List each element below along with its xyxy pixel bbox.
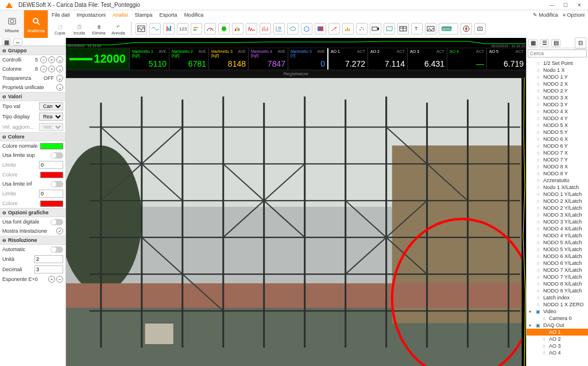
- menu-modifica[interactable]: Modifica: [184, 12, 204, 18]
- controlli-plus[interactable]: +: [48, 56, 55, 63]
- minimize-button[interactable]: —: [546, 1, 558, 9]
- arrow-icon[interactable]: ↔: [13, 38, 22, 45]
- maximize-button[interactable]: ☐: [559, 1, 572, 9]
- section-grafiche[interactable]: ⊖Opzioni grafiche: [0, 208, 65, 217]
- channel-box[interactable]: AO 1ACT 7.272: [327, 48, 368, 70]
- channel-box[interactable]: AO 2ACT 7.114: [368, 48, 407, 70]
- unita-input[interactable]: [34, 255, 63, 263]
- recorder-strip[interactable]: [521, 78, 526, 366]
- colonne-down[interactable]: ⌄: [56, 66, 63, 72]
- limite-inf-toggle[interactable]: [51, 181, 63, 187]
- menu-impostazioni[interactable]: Impostazioni: [77, 12, 106, 18]
- big-value-display[interactable]: 12000: [66, 48, 129, 70]
- widget-fft-icon[interactable]: [246, 23, 257, 34]
- tree-channel[interactable]: ⎍NODO 3 X/Latch: [527, 211, 588, 218]
- intestazione-chk[interactable]: ✓: [56, 228, 63, 234]
- search-input[interactable]: [528, 49, 587, 57]
- tree-channel[interactable]: ⎍1/2 Set Point: [527, 60, 588, 67]
- controlli-down[interactable]: ⌄: [56, 56, 63, 63]
- tree-channel[interactable]: ⎍NODO 1 Y/Latch: [527, 191, 588, 198]
- tree-pin-icon[interactable]: ⊟: [575, 37, 586, 49]
- tree-channel[interactable]: ⎍AO 1: [527, 329, 588, 336]
- tree-channel[interactable]: ⎍NODO 7 Y: [527, 156, 588, 163]
- tree-channel[interactable]: ⎍NODO 8 Y/Latch: [527, 287, 588, 294]
- widget-table-icon[interactable]: [397, 23, 409, 34]
- modetab-misura[interactable]: Misura: [0, 10, 24, 38]
- tree-channel[interactable]: ⎍NODO 4 Y: [527, 115, 588, 122]
- esp-minus[interactable]: −: [56, 276, 63, 283]
- tipo-val-select[interactable]: Canale: [39, 102, 63, 110]
- widget-image-icon[interactable]: [425, 23, 436, 34]
- tree-channel[interactable]: ⎍NODO 5 Y/Latch: [527, 246, 588, 253]
- widget-text-icon[interactable]: T: [411, 23, 423, 34]
- channel-box[interactable]: Martinetto 3 [kgf]AVE 8148: [208, 48, 248, 70]
- channel-box[interactable]: AO 4ACT —: [447, 48, 486, 70]
- ribbon-opzioni[interactable]: ≡ Opzioni: [563, 12, 585, 18]
- decimali-input[interactable]: [34, 265, 63, 273]
- channel-box[interactable]: Martinetto 4 [kgf]AVE 7847: [248, 48, 288, 70]
- widget-compass-icon[interactable]: [461, 23, 472, 34]
- trasparenza-toggle[interactable]: ⌄: [56, 75, 63, 82]
- limite-inf-input[interactable]: [39, 190, 63, 198]
- tb-copia[interactable]: 📄Copia: [51, 21, 69, 37]
- layout-icon[interactable]: ▦: [2, 38, 11, 45]
- menu-file-dati[interactable]: File dati: [52, 12, 70, 18]
- tb-elimina[interactable]: 🗑Elimina: [90, 21, 108, 37]
- limite-sup-input[interactable]: [39, 161, 63, 169]
- tree-channel[interactable]: ⎍NODO 2 X: [527, 80, 588, 87]
- tree-channel[interactable]: ⎍AO 2: [527, 336, 588, 342]
- tree-channel[interactable]: ⎍NODO 2 Y/Latch: [527, 205, 588, 211]
- widget-vertical-icon[interactable]: [163, 23, 175, 34]
- widget-motor-icon[interactable]: MOTOR: [439, 23, 458, 34]
- channel-tree[interactable]: ⎍1/2 Set Point⎍Nodo 1 X⎍NODO 1 Y⎍NODO 2 …: [527, 59, 588, 366]
- widget-xy-icon[interactable]: [273, 23, 285, 34]
- tree-view3-icon[interactable]: ▤: [551, 39, 560, 47]
- widget-digital-icon[interactable]: 123: [177, 23, 188, 34]
- video-display[interactable]: [66, 78, 526, 366]
- tb-annulla[interactable]: ↶Annulla: [109, 21, 127, 37]
- section-gruppo[interactable]: ⊖Gruppo: [0, 46, 65, 55]
- timeline-overview[interactable]: 08/10/2015 - 15.10.09 08/10/2015 - 15.16…: [66, 38, 526, 48]
- modetab-analizza[interactable]: Analizza: [24, 10, 48, 38]
- tree-group[interactable]: ▾▣DAQ Out: [527, 322, 588, 329]
- automatic-toggle[interactable]: [51, 246, 63, 253]
- tree-channel[interactable]: ⎍NODO 5 Y: [527, 129, 588, 136]
- limite-sup-toggle[interactable]: [51, 152, 63, 159]
- tree-channel[interactable]: ⎍NODO 4 X/Latch: [527, 225, 588, 232]
- tree-view2-icon[interactable]: ☰: [540, 39, 549, 47]
- widget-vector-icon[interactable]: [328, 23, 340, 34]
- color-normale-swatch[interactable]: [40, 143, 63, 149]
- widget-horizontal-icon[interactable]: [191, 23, 202, 34]
- widget-led-icon[interactable]: [218, 23, 230, 34]
- tree-group[interactable]: ▾▣Video: [527, 308, 588, 315]
- colonne-minus[interactable]: −: [40, 66, 47, 72]
- menu-esporta[interactable]: Esporta: [160, 12, 177, 18]
- tree-channel[interactable]: ⎍NODO 4 Y/Latch: [527, 232, 588, 239]
- widget-control-icon[interactable]: [474, 23, 486, 34]
- tipo-display-select[interactable]: Reale: [39, 113, 63, 121]
- tree-channel[interactable]: ⎍NODO 6 Y: [527, 142, 588, 149]
- color-sup-swatch[interactable]: [40, 172, 63, 178]
- tb-incolla[interactable]: 📋Incolla: [70, 21, 88, 37]
- section-valori[interactable]: ⊖Valori: [0, 92, 65, 101]
- widget-bar-icon[interactable]: [232, 23, 243, 34]
- tree-channel[interactable]: ⎍Nodo 1 X: [527, 67, 588, 74]
- channel-box[interactable]: Martinetto 5 [V]AVE 0: [288, 48, 327, 70]
- tree-channel[interactable]: ⎍AO 3: [527, 342, 588, 349]
- tree-channel[interactable]: ⎍NODO 8 Y: [527, 170, 588, 177]
- tree-view1-icon[interactable]: ▦: [528, 39, 537, 47]
- colonne-plus[interactable]: +: [48, 66, 55, 72]
- tree-channel[interactable]: ⎍NODO 2 Y: [527, 87, 588, 94]
- unificate-toggle[interactable]: ⌄: [56, 84, 63, 91]
- tree-channel[interactable]: ⎍NODO 8 X/Latch: [527, 280, 588, 287]
- tree-channel[interactable]: ⎍NODO 6 Y/Latch: [527, 260, 588, 267]
- tree-channel[interactable]: ⎍NODO 7 Y/Latch: [527, 273, 588, 280]
- tree-channel[interactable]: ⎍NODO 7 X: [527, 149, 588, 156]
- widget-map-icon[interactable]: [384, 23, 395, 34]
- tree-channel[interactable]: ⎍NODO 1 Y: [527, 74, 588, 80]
- font-digitale-toggle[interactable]: [51, 219, 63, 225]
- widget-octave-icon[interactable]: [260, 23, 271, 34]
- tree-channel[interactable]: ⎍Latch index: [527, 294, 588, 301]
- tree-channel[interactable]: ⎍NODO 2 X/Latch: [527, 198, 588, 205]
- widget-histogram-icon[interactable]: [342, 23, 354, 34]
